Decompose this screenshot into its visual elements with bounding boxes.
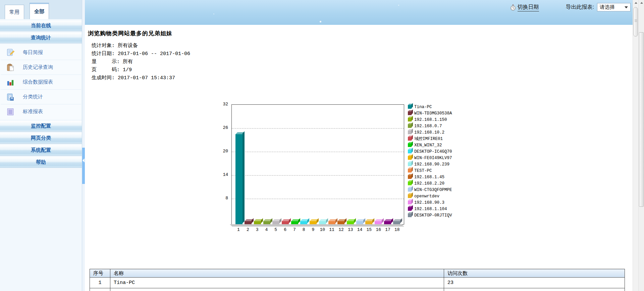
standard-report-icon	[6, 107, 15, 116]
table-cell: 23	[444, 278, 625, 288]
legend-item: 域控IMFIRE01	[407, 136, 452, 142]
scrollbar-thumb[interactable]	[639, 32, 644, 207]
tab-common[interactable]: 常用	[5, 5, 24, 19]
legend-item: XEN_WIN7_32	[407, 142, 452, 148]
table-cell: WIN-TD3MG30538A	[110, 288, 444, 291]
legend-label: 192.168.10.2	[414, 130, 444, 135]
legend-label: WIN-TD3MG30538A	[414, 111, 452, 116]
legend-item: 192.168.90.3	[407, 199, 452, 206]
table-cell: 2	[90, 288, 110, 291]
chart-bar	[328, 221, 335, 224]
export-select[interactable]: 请选择	[597, 3, 631, 11]
table-cell: Tina-PC	[110, 278, 444, 288]
y-tick-label: 8	[215, 196, 228, 201]
legend-label: 192.168.1.150	[414, 117, 447, 122]
sparkle-decoration	[213, 13, 214, 14]
legend-swatch	[408, 201, 412, 204]
x-tick-label: 12	[337, 227, 345, 232]
sidebar-item-daily-report[interactable]: 每日简报	[1, 45, 81, 60]
report-content: 浏览购物类网站最多的兄弟姐妹 统计对象: 所有设备统计日期: 2017-01-0…	[85, 25, 644, 291]
category-stats-icon	[6, 93, 15, 101]
table-cell: 0	[444, 288, 625, 291]
top-banner: 切换日期 导出此报表: 请选择	[85, 0, 644, 25]
legend-item: 192.168.1.104	[407, 206, 452, 212]
legend-swatch	[408, 188, 412, 192]
sidebar-item-data-report[interactable]: 综合数据报表	[1, 75, 81, 89]
legend-label: TEST-PC	[414, 168, 432, 173]
x-tick-label: 9	[310, 227, 317, 232]
chart-bar	[300, 221, 307, 224]
legend-item: 192.168.2.20	[407, 180, 452, 187]
legend-label: XEN_WIN7_32	[414, 143, 442, 148]
chart-bar	[393, 221, 400, 224]
chart-bar	[337, 221, 344, 224]
chart-bar	[310, 221, 317, 224]
sidebar-group-system-config[interactable]: 系统配置	[0, 145, 82, 156]
chart-base	[230, 224, 404, 227]
legend-swatch	[408, 143, 412, 147]
sidebar-collapse-handle[interactable]	[82, 148, 85, 184]
chart-bar	[347, 221, 354, 224]
legend-label: Tina-PC	[414, 105, 432, 109]
chart-plot	[231, 104, 404, 225]
sidebar-group-current-online[interactable]: 当前在线	[0, 20, 82, 31]
chart-legend: Tina-PCWIN-TD3MG30538A192.168.1.150192.1…	[407, 104, 452, 219]
sidebar-item-history-query[interactable]: 历史记录查询	[1, 60, 81, 75]
switch-date-link[interactable]: 切换日期	[510, 4, 539, 11]
legend-item: DESKTOP-0RJTIQV	[407, 212, 452, 219]
report-stat-line: 显 示: 所有	[92, 58, 639, 66]
table-row: 1Tina-PC23	[90, 278, 625, 288]
chart-bar	[254, 221, 261, 224]
legend-label: 192.168.2.20	[414, 181, 444, 186]
x-tick-label: 11	[328, 227, 335, 232]
legend-item: WIN-FE0I49KLV97	[407, 155, 452, 161]
legend-swatch	[408, 111, 412, 115]
x-tick-label: 3	[254, 227, 261, 232]
legend-swatch	[408, 169, 412, 173]
x-tick-label: 2	[244, 227, 252, 232]
report-table: 序号 名称 访问次数 1Tina-PC232WIN-TD3MG30538A0	[90, 269, 625, 291]
inner-scrollbar[interactable]	[633, 0, 638, 291]
legend-item: 192.168.0.7	[407, 123, 452, 129]
report-stat-line: 生成时间: 2017-01-07 15:43:37	[92, 74, 639, 82]
data-report-icon	[6, 78, 15, 87]
outer-scrollbar[interactable]	[638, 0, 644, 291]
scroll-up-arrow-icon	[635, 2, 637, 4]
sidebar-splitter	[82, 0, 85, 291]
legend-label: DESKTOP-IC4GQ70	[414, 149, 452, 154]
chart-bar	[319, 221, 326, 224]
sidebar-group-monitor-config[interactable]: 监控配置	[0, 120, 82, 132]
legend-item: Tina-PC	[407, 104, 452, 110]
sidebar-group-web-category[interactable]: 网页分类	[0, 133, 82, 144]
x-tick-label: 8	[300, 227, 308, 232]
sparkle-decoration	[320, 21, 321, 22]
chart-bar	[291, 221, 298, 224]
sparkle-decoration	[398, 5, 399, 6]
sidebar-item-label: 综合数据报表	[23, 79, 53, 85]
sidebar-item-label: 历史记录查询	[23, 64, 53, 70]
chart-bar	[384, 221, 391, 224]
legend-item: 192.168.90.239	[407, 161, 452, 167]
tab-all[interactable]: 全部	[30, 3, 49, 19]
sidebar-item-category-stats[interactable]: 分类统计	[1, 89, 81, 104]
report-stat-line: 统计对象: 所有设备	[92, 42, 639, 50]
sidebar-item-standard-report[interactable]: 标准报表	[1, 104, 81, 119]
scroll-up-button[interactable]	[639, 0, 644, 6]
scroll-up-button[interactable]	[633, 0, 639, 6]
sidebar-group-help[interactable]: 帮助	[0, 157, 82, 168]
x-tick-label: 16	[375, 227, 382, 232]
legend-swatch	[408, 182, 412, 185]
scrollbar-thumb[interactable]	[633, 7, 638, 37]
main-area: 切换日期 导出此报表: 请选择 浏览购物类网站最多的兄弟姐妹 统计对象: 所有设…	[85, 0, 644, 291]
legend-item: WIN-CTG3QFOPMPE	[407, 187, 452, 193]
sidebar: 常用 全部 当前在线 查询统计 每日简报	[0, 0, 82, 291]
legend-swatch	[408, 118, 412, 122]
chevron-down-icon	[625, 6, 628, 8]
chart-bar	[356, 221, 363, 224]
x-tick-label: 14	[356, 227, 364, 232]
legend-swatch	[408, 175, 412, 179]
table-row: 2WIN-TD3MG30538A0	[90, 288, 625, 291]
legend-swatch	[408, 162, 412, 166]
sidebar-group-query-stats[interactable]: 查询统计	[0, 32, 82, 43]
export-select-value: 请选择	[600, 4, 615, 10]
